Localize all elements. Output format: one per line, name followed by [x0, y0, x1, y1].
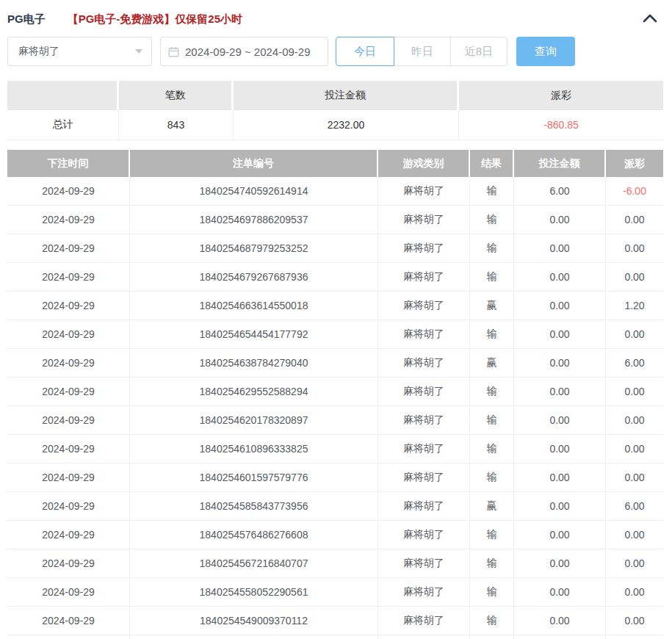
table-row: 2024-09-291840254610896333825麻将胡了输0.000.… [7, 435, 663, 463]
cell-game: 麻将胡了 [378, 320, 470, 349]
cell-time: 2024-09-29 [7, 521, 130, 549]
cell-payout: 0.00 [606, 406, 663, 435]
cell-time: 2024-09-29 [7, 378, 130, 406]
cell-game: 麻将胡了 [378, 521, 470, 549]
cell-bet-amount: 0.00 [514, 206, 606, 234]
cell-payout: 0.00 [606, 378, 663, 406]
table-row: 2024-09-291840254585843773956麻将胡了赢0.006.… [7, 492, 663, 521]
game-select[interactable]: 麻将胡了 [7, 37, 152, 66]
summary-header-payout: 派彩 [459, 81, 663, 110]
cell-payout: -6.00 [606, 177, 663, 206]
cell-bet-amount: 0.00 [514, 578, 606, 607]
collapse-panel-button[interactable] [643, 13, 657, 25]
cell-order-id: 1840254687979253252 [130, 234, 378, 263]
table-row: 2024-09-291840254567216840707麻将胡了输0.000.… [7, 549, 663, 578]
cell-result: 输 [470, 320, 514, 349]
cell-bet-amount: 0.00 [514, 635, 606, 639]
cell-game: 麻将胡了 [378, 492, 470, 521]
cell-time: 2024-09-29 [7, 435, 130, 463]
cell-time: 2024-09-29 [7, 607, 130, 635]
cell-bet-amount: 0.00 [514, 320, 606, 349]
panel-subtitle: 【PG电子-免费游戏】仅保留25小时 [68, 12, 242, 26]
cell-game: 麻将胡了 [378, 549, 470, 578]
table-row: 2024-09-291840254629552588294麻将胡了输0.000.… [7, 378, 663, 406]
cell-game: 麻将胡了 [378, 463, 470, 492]
header-payout: 派彩 [606, 150, 663, 177]
cell-bet-amount: 0.00 [514, 549, 606, 578]
panel-title: PG电子 [7, 12, 46, 26]
cell-order-id: 1840254576486276608 [130, 521, 378, 549]
cell-order-id: 1840254558052290561 [130, 578, 378, 607]
cell-result: 输 [470, 549, 514, 578]
table-row: 2024-09-291840254654454177792麻将胡了输0.000.… [7, 320, 663, 349]
cell-game: 麻将胡了 [378, 177, 470, 206]
cell-time: 2024-09-29 [7, 549, 130, 578]
panel-header: PG电子 【PG电子-免费游戏】仅保留25小时 [7, 0, 665, 30]
cell-order-id: 1840254638784279040 [130, 349, 378, 378]
summary-total-payout: -860.85 [459, 110, 663, 140]
header-bet-amount: 投注金额 [514, 150, 606, 177]
table-row: 2024-09-291840254558052290561麻将胡了输0.000.… [7, 578, 663, 607]
records-table-body: 2024-09-291840254740592614914麻将胡了输6.00-6… [7, 177, 663, 639]
cell-time: 2024-09-29 [7, 635, 130, 639]
cell-payout: 0.00 [606, 263, 663, 292]
cell-game: 麻将胡了 [378, 435, 470, 463]
cell-bet-amount: 0.00 [514, 406, 606, 435]
cell-bet-amount: 0.00 [514, 492, 606, 521]
date-range-picker[interactable]: 2024-09-29 ~ 2024-09-29 [160, 37, 328, 66]
cell-payout: 0.00 [606, 578, 663, 607]
cell-game: 麻将胡了 [378, 635, 470, 639]
cell-result: 输 [470, 521, 514, 549]
header-bet-time: 下注时间 [7, 150, 130, 177]
cell-result: 输 [470, 607, 514, 635]
cell-result: 输 [470, 463, 514, 492]
cell-payout: 0.00 [606, 206, 663, 234]
cell-bet-amount: 0.00 [514, 378, 606, 406]
today-button[interactable]: 今日 [336, 37, 394, 66]
cell-result: 赢 [470, 292, 514, 320]
table-row: 2024-09-291840254601597579776麻将胡了输0.000.… [7, 463, 663, 492]
cell-order-id: 1840254629552588294 [130, 378, 378, 406]
cell-order-id: 1840254654454177792 [130, 320, 378, 349]
table-row: 2024-09-291840254638784279040麻将胡了赢0.006.… [7, 349, 663, 378]
table-row: 2024-09-291840254620178320897麻将胡了输0.000.… [7, 406, 663, 435]
summary-header-bet-amount: 投注金额 [234, 81, 459, 110]
cell-bet-amount: 0.00 [514, 435, 606, 463]
summary-total-label: 总计 [7, 110, 119, 140]
cell-time: 2024-09-29 [7, 406, 130, 435]
table-row: 2024-09-291840254679267687936麻将胡了输0.000.… [7, 263, 663, 292]
cell-time: 2024-09-29 [7, 320, 130, 349]
cell-payout: 0.00 [606, 521, 663, 549]
cell-game: 麻将胡了 [378, 378, 470, 406]
cell-payout: 1.20 [606, 292, 663, 320]
cell-payout: 0.00 [606, 435, 663, 463]
summary-total-bet-amount: 2232.00 [234, 110, 459, 140]
table-row: 2024-09-291840254740592614914麻将胡了输6.00-6… [7, 177, 663, 206]
cell-payout: 6.00 [606, 349, 663, 378]
header-result: 结果 [470, 150, 514, 177]
cell-order-id: 1840254620178320897 [130, 406, 378, 435]
cell-result: 输 [470, 406, 514, 435]
table-row: 2024-09-291840254549009370112麻将胡了输0.000.… [7, 607, 663, 635]
cell-order-id: 1840254549009370112 [130, 607, 378, 635]
cell-game: 麻将胡了 [378, 607, 470, 635]
cell-bet-amount: 0.00 [514, 463, 606, 492]
cell-payout: 0.00 [606, 635, 663, 639]
summary-header-blank [7, 81, 119, 110]
cell-order-id: 1840254503102734850 [130, 635, 378, 639]
cell-order-id: 1840254585843773956 [130, 492, 378, 521]
summary-header-count: 笔数 [119, 81, 234, 110]
records-header-row: 下注时间 注单编号 游戏类别 结果 投注金额 派彩 [7, 150, 663, 177]
cell-result: 输 [470, 578, 514, 607]
cell-result: 输 [470, 263, 514, 292]
header-order-id: 注单编号 [130, 150, 378, 177]
query-button[interactable]: 查询 [516, 37, 575, 66]
filter-bar: 麻将胡了 2024-09-29 ~ 2024-09-29 今日 昨日 近8日 查… [7, 37, 665, 66]
yesterday-button[interactable]: 昨日 [394, 37, 451, 66]
cell-time: 2024-09-29 [7, 292, 130, 320]
cell-time: 2024-09-29 [7, 492, 130, 521]
cell-bet-amount: 6.00 [514, 177, 606, 206]
last-8-days-button[interactable]: 近8日 [450, 37, 507, 66]
table-row: 2024-09-291840254697886209537麻将胡了输0.000.… [7, 206, 663, 234]
cell-result: 输 [470, 378, 514, 406]
